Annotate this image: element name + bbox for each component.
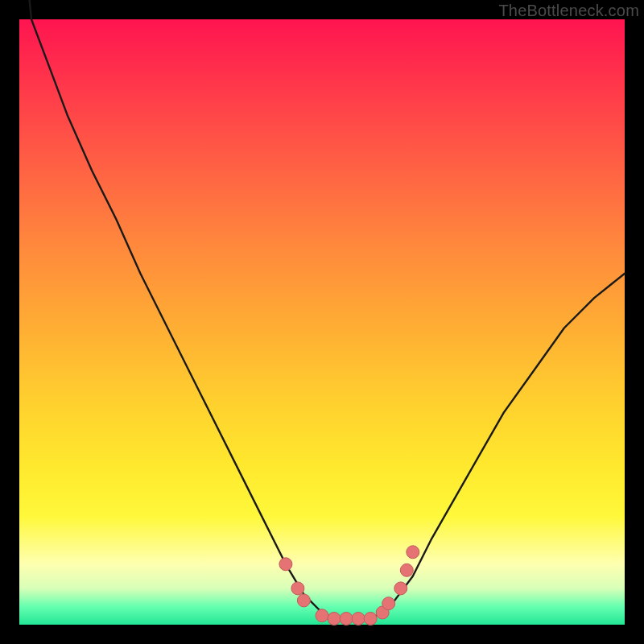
watermark-text: TheBottleneck.com bbox=[498, 2, 639, 20]
curve-marker bbox=[382, 597, 395, 610]
curve-marker bbox=[340, 613, 353, 625]
curve-marker bbox=[279, 558, 292, 571]
curve-marker bbox=[316, 609, 328, 622]
chart-frame: TheBottleneck.com bbox=[0, 0, 644, 644]
curve-marker bbox=[297, 594, 310, 607]
curve-marker bbox=[328, 613, 341, 625]
curve-marker bbox=[407, 546, 419, 559]
curve-marker bbox=[400, 564, 413, 576]
plot-area bbox=[19, 19, 625, 625]
curve-marker bbox=[291, 582, 304, 595]
curve-marker bbox=[352, 613, 365, 625]
curve-marker bbox=[364, 613, 377, 625]
curve-marker bbox=[394, 582, 407, 595]
curve-layer bbox=[19, 19, 625, 625]
bottleneck-curve bbox=[19, 0, 625, 619]
curve-markers bbox=[279, 546, 419, 625]
